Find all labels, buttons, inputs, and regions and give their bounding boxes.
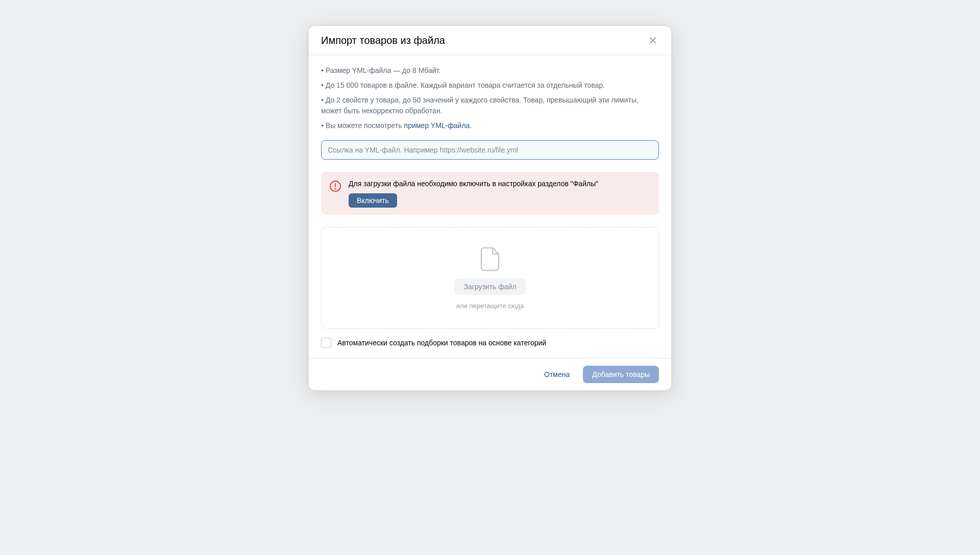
modal-body: • Размер YML-файла — до 8 Мбайт. • До 15…	[309, 55, 671, 358]
checkbox-row: Автоматически создать подборки товаров н…	[321, 338, 659, 348]
upload-file-button[interactable]: Загрузить файл	[454, 279, 525, 295]
import-modal: Импорт товаров из файла • Размер YML-фай…	[309, 26, 671, 390]
alert-content: Для загрузки файла необходимо включить в…	[349, 179, 651, 208]
info-item: • Размер YML-файла — до 8 Мбайт.	[321, 65, 659, 76]
info-text: • Вы можете посмотреть	[321, 121, 404, 130]
modal-header: Импорт товаров из файла	[309, 26, 671, 55]
alert-box: Для загрузки файла необходимо включить в…	[321, 172, 659, 215]
modal-title: Импорт товаров из файла	[321, 35, 445, 46]
modal-footer: Отмена Добавить товары	[309, 358, 671, 390]
yml-example-link[interactable]: пример YML-файла	[404, 121, 470, 130]
alert-text: Для загрузки файла необходимо включить в…	[349, 179, 651, 189]
close-icon	[649, 36, 657, 44]
info-item: • До 2 свойств у товара, до 50 значений …	[321, 95, 659, 116]
info-item: • До 15 000 товаров в файле. Каждый вари…	[321, 80, 659, 91]
auto-collections-checkbox[interactable]	[321, 338, 331, 348]
svg-point-4	[335, 189, 336, 189]
info-list: • Размер YML-файла — до 8 Мбайт. • До 15…	[321, 65, 659, 131]
file-dropzone[interactable]: Загрузить файл или перетащите сюда	[321, 227, 659, 329]
submit-button[interactable]: Добавить товары	[583, 366, 659, 383]
drag-hint: или перетащите сюда	[456, 302, 524, 310]
info-text: .	[470, 121, 472, 130]
close-button[interactable]	[647, 34, 659, 46]
warning-icon	[329, 180, 341, 192]
checkbox-label: Автоматически создать подборки товаров н…	[337, 339, 546, 347]
yml-url-input[interactable]	[321, 140, 659, 160]
file-icon	[479, 247, 501, 271]
info-item: • Вы можете посмотреть пример YML-файла.	[321, 120, 659, 131]
cancel-button[interactable]: Отмена	[538, 366, 576, 383]
enable-button[interactable]: Включить	[349, 193, 397, 208]
